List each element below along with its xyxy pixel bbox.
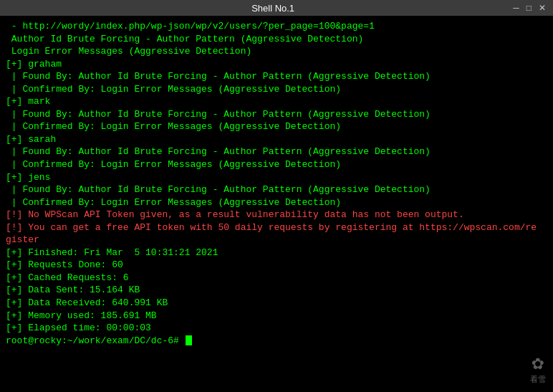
terminal-line: Login Error Messages (Aggressive Detecti… xyxy=(6,45,547,58)
watermark-text: 看雪 xyxy=(530,374,546,385)
terminal-line: [+] mark xyxy=(6,95,547,108)
terminal-line: Author Id Brute Forcing - Author Pattern… xyxy=(6,33,547,46)
terminal-line: [+] Cached Requests: 6 xyxy=(6,272,547,285)
window-controls: ─ □ ✕ xyxy=(511,3,547,13)
cursor xyxy=(186,335,192,345)
minimize-button[interactable]: ─ xyxy=(511,3,521,13)
terminal-line: | Confirmed By: Login Error Messages (Ag… xyxy=(6,83,547,96)
terminal-prompt: root@rocky:~/work/exam/DC/dc-6# xyxy=(6,335,547,348)
titlebar: Shell No.1 ─ □ ✕ xyxy=(0,0,553,16)
terminal-body[interactable]: - http://wordy/index.php/wp-json/wp/v2/u… xyxy=(0,16,553,392)
terminal-line: | Found By: Author Id Brute Forcing - Au… xyxy=(6,183,547,196)
terminal-line: [!] No WPScan API Token given, as a resu… xyxy=(6,209,547,221)
terminal-line: | Found By: Author Id Brute Forcing - Au… xyxy=(6,108,547,121)
terminal-line: | Found By: Author Id Brute Forcing - Au… xyxy=(6,70,547,83)
terminal-line: [+] graham xyxy=(6,58,547,71)
terminal-line: [+] Elapsed time: 00:00:03 xyxy=(6,322,547,335)
watermark: ✿ 看雪 xyxy=(530,354,546,385)
terminal-line: | Found By: Author Id Brute Forcing - Au… xyxy=(6,145,547,158)
terminal-line: | Confirmed By: Login Error Messages (Ag… xyxy=(6,196,547,209)
terminal-line: [+] Data Sent: 15.164 KB xyxy=(6,284,547,297)
watermark-symbol: ✿ xyxy=(530,354,546,374)
terminal-line: [+] Memory used: 185.691 MB xyxy=(6,310,547,322)
close-button[interactable]: ✕ xyxy=(537,3,547,13)
window-title: Shell No.1 xyxy=(34,3,511,14)
terminal-line: [+] Requests Done: 60 xyxy=(6,259,547,272)
terminal-line: [+] jens xyxy=(6,171,547,184)
terminal-line: [+] Finished: Fri Mar 5 10:31:21 2021 xyxy=(6,247,547,259)
terminal-line: | Confirmed By: Login Error Messages (Ag… xyxy=(6,158,547,171)
terminal-line: - http://wordy/index.php/wp-json/wp/v2/u… xyxy=(6,20,547,33)
terminal-output: - http://wordy/index.php/wp-json/wp/v2/u… xyxy=(6,20,547,347)
terminal-line: [+] Data Received: 640.991 KB xyxy=(6,297,547,310)
terminal-window: Shell No.1 ─ □ ✕ - http://wordy/index.ph… xyxy=(0,0,553,392)
terminal-line: [!] You can get a free API token with 50… xyxy=(6,221,547,234)
maximize-button[interactable]: □ xyxy=(525,3,533,13)
terminal-line: [+] sarah xyxy=(6,133,547,146)
terminal-line: | Confirmed By: Login Error Messages (Ag… xyxy=(6,120,547,133)
prompt-text: root@rocky:~/work/exam/DC/dc-6# xyxy=(6,335,185,348)
terminal-line: gister xyxy=(6,234,547,247)
